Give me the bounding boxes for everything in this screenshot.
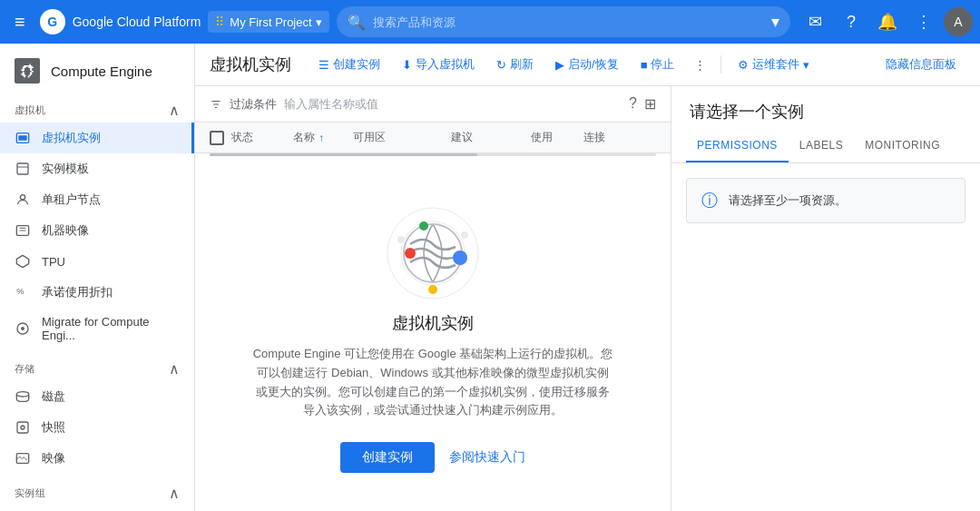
vm-instances-icon — [15, 130, 31, 146]
more-options-button[interactable]: ⋮ — [687, 53, 713, 77]
sidebar-item-vm-instances-label: 虚拟机实例 — [42, 130, 101, 146]
empty-state-actions: 创建实例 参阅快速入门 — [340, 442, 525, 473]
panel-content: ⓘ 请选择至少一项资源。 — [671, 163, 980, 511]
import-icon: ⬇ — [402, 58, 412, 72]
project-selector[interactable]: ⠿ My First Project ▾ — [208, 11, 328, 33]
svg-rect-2 — [17, 163, 28, 174]
svg-text:%: % — [16, 287, 24, 296]
search-bar: 🔍 ▾ — [337, 6, 790, 37]
sidebar-item-images-label: 映像 — [42, 450, 65, 467]
empty-state-title: 虚拟机实例 — [392, 312, 474, 334]
avatar[interactable]: A — [944, 7, 973, 36]
brand-logo-area: G Google Cloud Platform — [40, 9, 201, 34]
info-message: 请选择至少一项资源。 — [729, 192, 847, 209]
create-instance-empty-button[interactable]: 创建实例 — [340, 442, 435, 473]
toolbar: 虚拟机实例 ☰ 创建实例 ⬇ 导入虚拟机 ↻ 刷新 ▶ 启动/恢复 ■ 停止 ⋮ — [195, 44, 980, 86]
nav-icons: ✉ ? 🔔 ⋮ A — [799, 5, 973, 38]
sole-tenant-icon — [15, 192, 31, 208]
create-instance-button[interactable]: ☰ 创建实例 — [309, 51, 389, 78]
disks-icon — [15, 388, 31, 405]
ops-kit-button[interactable]: ⚙ 运维套件 ▾ — [729, 51, 818, 78]
tab-permissions[interactable]: PERMISSIONS — [686, 130, 789, 162]
storage-section-chevron[interactable]: ∧ — [169, 360, 180, 378]
sidebar-item-vm-instances[interactable]: 虚拟机实例 — [0, 123, 194, 153]
search-input[interactable] — [373, 15, 764, 29]
notification-icon[interactable]: 🔔 — [871, 5, 904, 38]
search-icon: 🔍 — [348, 14, 366, 31]
vm-section-label: 虚拟机 ∧ — [0, 91, 194, 123]
import-vm-button[interactable]: ⬇ 导入虚拟机 — [393, 51, 484, 78]
storage-section-label: 存储 ∧ — [0, 349, 194, 381]
sidebar-item-sole-tenant[interactable]: 单租户节点 — [0, 184, 194, 215]
svg-point-14 — [21, 426, 24, 429]
sidebar-item-machine-images[interactable]: 机器映像 — [0, 215, 194, 246]
svg-point-20 — [419, 221, 428, 231]
sidebar-item-machine-images-label: 机器映像 — [42, 222, 89, 239]
svg-rect-1 — [18, 135, 26, 140]
sidebar-item-snapshots[interactable]: 快照 — [0, 412, 194, 443]
sidebar: Compute Engine 虚拟机 ∧ 虚拟机实例 实例模板 单租户节点 — [0, 44, 195, 511]
sidebar-item-migrate[interactable]: Migrate for Compute Engi... — [0, 308, 194, 349]
svg-point-23 — [428, 285, 437, 294]
sort-asc-icon[interactable]: ↑ — [318, 132, 324, 144]
sidebar-item-instance-templates[interactable]: 实例模板 — [0, 153, 194, 184]
column-options-icon[interactable]: ⊞ — [644, 95, 656, 113]
main-layout: Compute Engine 虚拟机 ∧ 虚拟机实例 实例模板 单租户节点 — [0, 44, 980, 511]
sidebar-item-disks[interactable]: 磁盘 — [0, 381, 194, 412]
instance-templates-icon — [15, 161, 31, 177]
stop-button[interactable]: ■ 停止 — [632, 51, 684, 78]
globe-illustration — [374, 194, 492, 312]
empty-state-description: Compute Engine 可让您使用在 Google 基础架构上运行的虚拟机… — [251, 345, 614, 420]
images-icon — [15, 450, 31, 467]
filter-icon — [210, 98, 222, 111]
table-header: 状态 名称 ↑ 可用区 建议 使用 连接 — [195, 123, 671, 153]
quickstart-button[interactable]: 参阅快速入门 — [449, 449, 525, 466]
start-restore-button[interactable]: ▶ 启动/恢复 — [546, 51, 628, 78]
more-options-icon[interactable]: ⋮ — [907, 5, 940, 38]
sidebar-item-disks-label: 磁盘 — [42, 388, 65, 405]
stop-icon: ■ — [641, 58, 648, 72]
compute-engine-icon — [15, 58, 40, 84]
svg-point-12 — [16, 392, 28, 397]
filter-actions: ? ⊞ — [629, 95, 656, 113]
filter-label: 过滤条件 — [230, 96, 277, 113]
filter-input[interactable] — [284, 97, 622, 111]
committed-use-icon: % — [15, 284, 31, 300]
sidebar-item-tpu-label: TPU — [42, 255, 65, 269]
svg-marker-8 — [16, 255, 28, 267]
main-content: 虚拟机实例 ☰ 创建实例 ⬇ 导入虚拟机 ↻ 刷新 ▶ 启动/恢复 ■ 停止 ⋮ — [195, 44, 980, 511]
right-panel-title: 请选择一个实例 — [671, 86, 980, 130]
refresh-button[interactable]: ↻ 刷新 — [487, 51, 543, 78]
sidebar-item-committed-use[interactable]: % 承诺使用折扣 — [0, 277, 194, 308]
sidebar-header: Compute Engine — [0, 44, 194, 91]
help-filter-icon[interactable]: ? — [629, 95, 637, 113]
svg-rect-13 — [17, 422, 28, 433]
tab-monitoring[interactable]: MONITORING — [854, 130, 951, 162]
content-area: 过滤条件 ? ⊞ 状态 名称 ↑ 可用区 建议 — [195, 86, 980, 511]
sidebar-item-tpu[interactable]: TPU — [0, 246, 194, 277]
filter-bar: 过滤条件 ? ⊞ — [195, 86, 671, 123]
sidebar-item-committed-use-label: 承诺使用折扣 — [42, 284, 113, 300]
svg-point-25 — [461, 231, 468, 239]
sidebar-item-images[interactable]: 映像 — [0, 443, 194, 474]
ops-kit-chevron: ▾ — [803, 58, 809, 72]
google-logo: G — [40, 9, 65, 34]
col-status-header: 状态 — [231, 130, 286, 145]
vm-section-chevron[interactable]: ∧ — [169, 102, 180, 119]
sidebar-title: Compute Engine — [51, 64, 152, 79]
email-icon[interactable]: ✉ — [799, 5, 831, 38]
tab-labels[interactable]: LABELS — [789, 130, 854, 162]
svg-point-4 — [20, 195, 24, 200]
ops-icon: ⚙ — [738, 58, 749, 72]
instance-groups-chevron[interactable]: ∧ — [169, 485, 180, 502]
col-zone-header: 可用区 — [353, 130, 444, 145]
panel-tabs: PERMISSIONS LABELS MONITORING — [671, 130, 980, 163]
hamburger-menu[interactable]: ≡ — [7, 5, 33, 40]
svg-point-21 — [405, 248, 416, 259]
select-all-checkbox[interactable] — [210, 131, 224, 145]
page-title: 虚拟机实例 — [210, 54, 291, 75]
sidebar-item-snapshots-label: 快照 — [42, 419, 65, 436]
expand-search-icon[interactable]: ▾ — [771, 12, 779, 32]
help-icon[interactable]: ? — [835, 5, 867, 38]
hide-panel-button[interactable]: 隐藏信息面板 — [877, 51, 965, 78]
